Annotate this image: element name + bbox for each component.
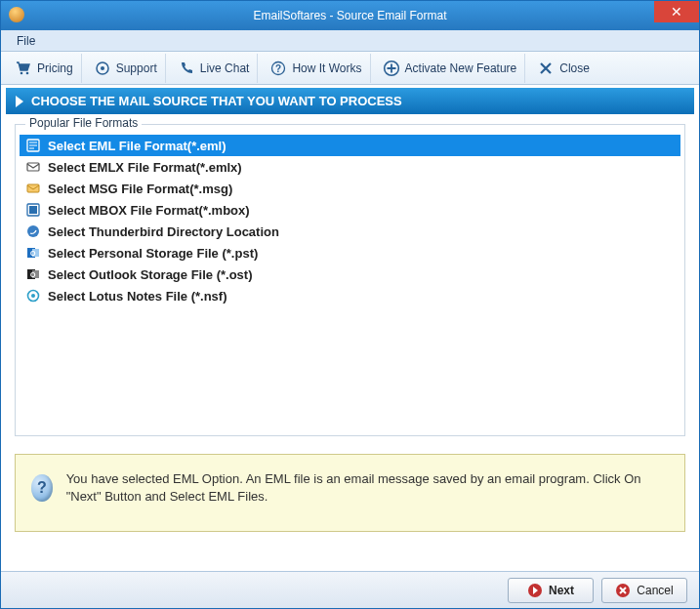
toolbar: Pricing Support Live Chat ? How It Works… (1, 52, 699, 85)
toolbar-label: Activate New Feature (405, 61, 517, 75)
toolbar-label: How It Works (292, 61, 361, 75)
format-item-file-emlx[interactable]: Select EMLX File Format(*.emlx) (20, 156, 680, 178)
lotus-notes-icon (25, 288, 41, 304)
toolbar-support[interactable]: Support (86, 54, 166, 83)
formats-groupbox: Popular File Formats Select EML File For… (15, 124, 685, 436)
format-item-outlook-pst[interactable]: OSelect Personal Storage File (*.pst) (20, 242, 680, 264)
content-area: Popular File Formats Select EML File For… (1, 114, 699, 571)
svg-point-12 (27, 225, 39, 237)
format-item-lotus-notes[interactable]: Select Lotus Notes File (*.nsf) (20, 285, 680, 306)
info-icon: ? (31, 474, 53, 502)
close-icon: ✕ (671, 4, 682, 20)
format-item-file-msg[interactable]: Select MSG File Format(*.msg) (20, 178, 680, 199)
format-item-label: Select EMLX File Format(*.emlx) (48, 160, 242, 175)
toolbar-label: Close (559, 61, 590, 75)
menu-file[interactable]: File (9, 32, 43, 50)
svg-text:O: O (30, 271, 36, 278)
outlook-ost-icon: O (25, 266, 41, 282)
window-title: EmailSoftares - Source Email Format (253, 9, 446, 22)
app-window: EmailSoftares - Source Email Format ✕ Fi… (0, 0, 700, 609)
format-item-label: Select MSG File Format(*.msg) (48, 182, 232, 196)
cancel-circle-icon (615, 583, 631, 598)
app-icon (9, 7, 24, 22)
format-item-label: Select Outlook Storage File (*.ost) (48, 267, 252, 282)
footer: Next Cancel (1, 571, 699, 608)
svg-text:O: O (30, 250, 36, 257)
section-title: CHOOSE THE MAIL SOURCE THAT YOU WANT TO … (31, 94, 402, 108)
headset-icon (94, 60, 111, 77)
outlook-pst-icon: O (25, 245, 41, 261)
svg-rect-9 (27, 184, 39, 192)
svg-text:?: ? (275, 63, 281, 74)
toolbar-label: Live Chat (200, 61, 250, 75)
groupbox-title: Popular File Formats (25, 116, 142, 130)
format-item-label: Select EML File Format(*.eml) (48, 139, 226, 153)
arrow-right-icon (16, 96, 23, 107)
plus-circle-icon (383, 60, 400, 77)
toolbar-live-chat[interactable]: Live Chat (170, 54, 259, 83)
file-emlx-icon (25, 159, 41, 175)
toolbar-label: Pricing (37, 61, 73, 75)
format-item-label: Select Thunderbird Directory Location (48, 224, 279, 239)
toolbar-activate[interactable]: Activate New Feature (375, 54, 526, 83)
svg-point-1 (26, 71, 29, 74)
info-panel: ? You have selected EML Option. An EML f… (15, 454, 685, 532)
thunderbird-icon (25, 223, 41, 239)
toolbar-how-it-works[interactable]: ? How It Works (262, 54, 370, 83)
cancel-button[interactable]: Cancel (601, 578, 687, 603)
format-list: Select EML File Format(*.eml)Select EMLX… (20, 135, 680, 306)
format-item-file-mbox[interactable]: Select MBOX File Format(*.mbox) (20, 199, 680, 221)
format-item-label: Select Lotus Notes File (*.nsf) (48, 289, 226, 304)
toolbar-label: Support (116, 61, 157, 75)
info-text: You have selected EML Option. An EML fil… (66, 468, 669, 506)
format-item-label: Select MBOX File Format(*.mbox) (48, 203, 250, 218)
button-label: Next (549, 584, 574, 597)
format-item-label: Select Personal Storage File (*.pst) (48, 246, 258, 261)
titlebar: EmailSoftares - Source Email Format ✕ (1, 1, 699, 30)
svg-point-3 (101, 66, 104, 70)
format-item-file-eml[interactable]: Select EML File Format(*.eml) (20, 135, 680, 156)
svg-rect-11 (29, 206, 37, 214)
file-msg-icon (25, 181, 41, 196)
window-close-button[interactable]: ✕ (654, 1, 699, 22)
svg-point-20 (31, 294, 35, 298)
button-label: Cancel (637, 584, 673, 597)
toolbar-close[interactable]: Close (529, 54, 597, 83)
next-button[interactable]: Next (508, 578, 594, 603)
svg-rect-8 (27, 163, 39, 171)
x-icon (537, 60, 555, 77)
question-icon: ? (269, 60, 287, 77)
file-eml-icon (25, 138, 41, 153)
toolbar-pricing[interactable]: Pricing (7, 54, 82, 83)
section-header: CHOOSE THE MAIL SOURCE THAT YOU WANT TO … (6, 88, 694, 114)
arrow-right-circle-icon (527, 583, 543, 598)
format-item-thunderbird[interactable]: Select Thunderbird Directory Location (20, 221, 680, 242)
format-item-outlook-ost[interactable]: OSelect Outlook Storage File (*.ost) (20, 264, 680, 285)
phone-icon (178, 60, 195, 77)
file-mbox-icon (25, 202, 41, 218)
menubar: File (1, 30, 699, 52)
svg-point-0 (21, 71, 23, 74)
cart-icon (15, 60, 32, 77)
